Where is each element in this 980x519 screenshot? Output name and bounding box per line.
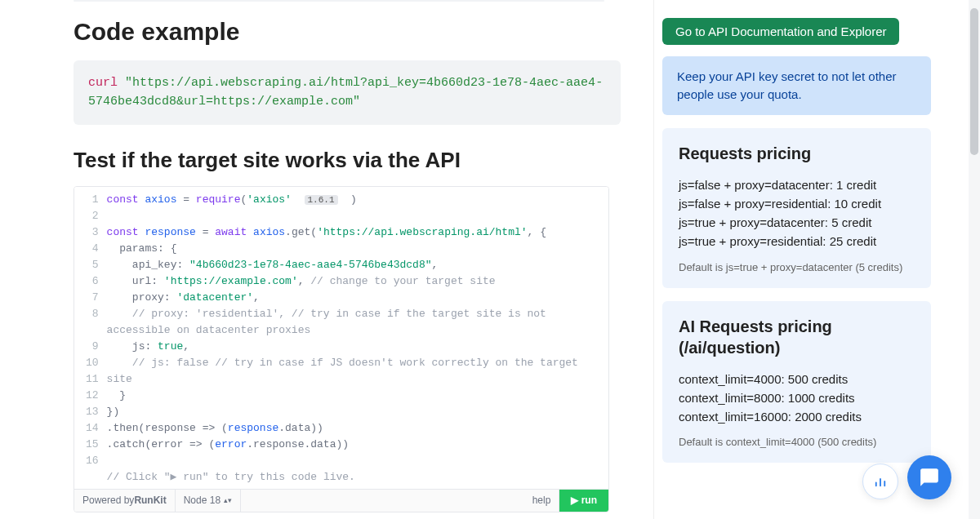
chat-icon	[919, 467, 940, 488]
page-layout: Code example curl "https://api.webscrapi…	[0, 0, 980, 519]
docs-button[interactable]: Go to API Documentation and Explorer	[662, 18, 899, 45]
ai-pricing-lines: context_limit=4000: 500 credits context_…	[679, 370, 915, 427]
powered-by[interactable]: Powered by RunKit	[74, 490, 176, 512]
divider	[74, 0, 604, 2]
requests-pricing-title: Requests pricing	[679, 143, 915, 164]
sidebar: Go to API Documentation and Explorer Kee…	[653, 0, 980, 519]
requests-pricing-default: Default is js=true + proxy=datacenter (5…	[679, 261, 915, 273]
chevron-updown-icon: ▴▾	[224, 496, 232, 504]
main-column: Code example curl "https://api.webscrapi…	[0, 0, 653, 519]
api-key-notice: Keep your API key secret to not let othe…	[662, 56, 931, 115]
code-content[interactable]: const axios = require('axios' 1.6.1 ) co…	[107, 192, 608, 486]
requests-pricing-lines: js=false + proxy=datacenter: 1 credit js…	[679, 175, 915, 251]
test-heading: Test if the target site works via the AP…	[74, 148, 621, 173]
ai-pricing-card: AI Requests pricing (/ai/question) conte…	[662, 301, 931, 464]
node-version-selector[interactable]: Node 18▴▾	[176, 490, 241, 512]
curl-command: curl	[88, 76, 118, 90]
run-button[interactable]: ▶ run	[559, 490, 608, 512]
equalizer-icon[interactable]	[862, 464, 898, 499]
scrollbar-track[interactable]	[969, 0, 980, 519]
runkit-editor[interactable]: 1 2 3 4 5 6 7 8 9 10 11 12 13 14 15 16 c…	[74, 186, 609, 512]
requests-pricing-card: Requests pricing js=false + proxy=datace…	[662, 128, 931, 288]
ai-pricing-default: Default is context_limit=4000 (500 credi…	[679, 436, 915, 448]
editor-footer: Powered by RunKit Node 18▴▾ help ▶ run	[74, 489, 608, 512]
ai-pricing-title: AI Requests pricing (/ai/question)	[679, 316, 915, 358]
scrollbar-thumb[interactable]	[970, 8, 978, 155]
editor-body[interactable]: 1 2 3 4 5 6 7 8 9 10 11 12 13 14 15 16 c…	[74, 187, 608, 489]
curl-code-block: curl "https://api.webscraping.ai/html?ap…	[74, 60, 621, 125]
line-gutter: 1 2 3 4 5 6 7 8 9 10 11 12 13 14 15 16	[74, 192, 107, 486]
curl-url: "https://api.webscraping.ai/html?api_key…	[88, 76, 603, 109]
help-link[interactable]: help	[524, 490, 560, 512]
code-example-heading: Code example	[74, 18, 621, 46]
chat-button[interactable]	[907, 455, 951, 499]
